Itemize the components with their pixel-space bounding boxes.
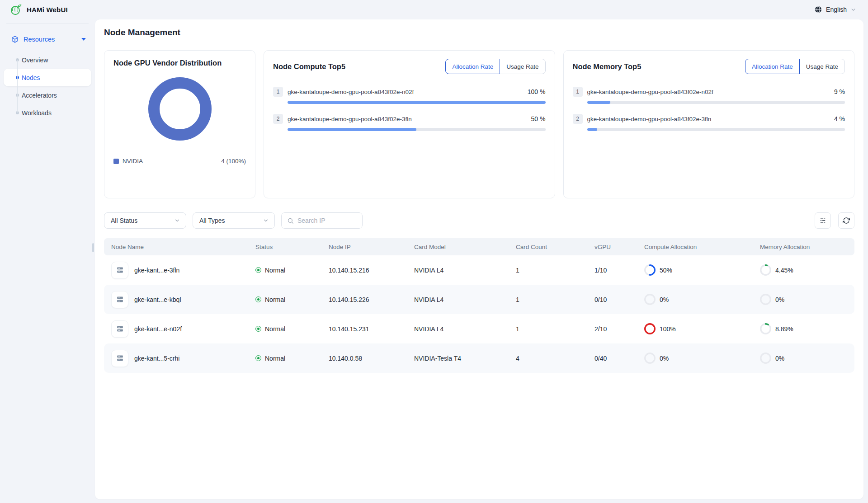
card-count: 1 bbox=[516, 296, 594, 303]
page-title: Node Management bbox=[104, 27, 854, 38]
card-count: 1 bbox=[516, 267, 594, 274]
tree-connector-line bbox=[17, 60, 18, 113]
status-ok-icon bbox=[255, 267, 261, 273]
node-ip: 10.140.15.226 bbox=[329, 296, 414, 303]
globe-icon bbox=[814, 5, 822, 14]
node-ip: 10.140.0.58 bbox=[329, 355, 414, 362]
status-label: Normal bbox=[265, 355, 285, 362]
node-name: gke-kantaloupe-demo-gpu-pool-a843f02e-3f… bbox=[288, 116, 527, 122]
allocation-rate-tab[interactable]: Allocation Rate bbox=[445, 59, 500, 74]
rate-value: 9 % bbox=[834, 88, 845, 95]
col-card-model: Card Model bbox=[414, 244, 516, 250]
compute-allocation-ring bbox=[644, 323, 656, 334]
sidebar-section-resources[interactable]: Resources bbox=[4, 30, 91, 48]
node-name: gke-kant...e-n02f bbox=[134, 325, 182, 333]
memory-allocation-label: 8.89% bbox=[775, 325, 793, 333]
vgpu: 1/10 bbox=[594, 267, 644, 274]
status-ok-icon bbox=[255, 296, 261, 302]
status-label: Normal bbox=[265, 325, 285, 333]
column-settings-button[interactable] bbox=[815, 212, 831, 229]
chevron-down-icon bbox=[174, 217, 180, 224]
table-row[interactable]: gke-kant...e-kbql Normal 10.140.15.226 N… bbox=[104, 285, 854, 314]
node-name: gke-kantaloupe-demo-gpu-pool-a843f02e-n0… bbox=[288, 89, 523, 95]
sidebar-resize-handle[interactable] bbox=[92, 243, 94, 252]
card-model: NVIDIA L4 bbox=[414, 325, 516, 333]
progress-bar bbox=[288, 128, 546, 131]
usage-rate-tab[interactable]: Usage Rate bbox=[799, 59, 845, 74]
card-gpu-vendor-distribution: Node GPU Vendor Distribution NVIDIA 4 (1… bbox=[104, 50, 255, 198]
progress-bar bbox=[288, 101, 546, 104]
chevron-down-icon bbox=[81, 38, 86, 41]
table-row[interactable]: gke-kant...5-crhi Normal 10.140.0.58 NVI… bbox=[104, 343, 854, 373]
sidebar-section-label: Resources bbox=[24, 36, 81, 43]
card-node-memory-top5: Node Memory Top5 Allocation Rate Usage R… bbox=[563, 50, 855, 198]
language-selector[interactable]: English bbox=[814, 5, 856, 14]
memory-allocation-ring bbox=[760, 353, 771, 364]
col-vgpu: vGPU bbox=[594, 244, 644, 250]
top5-row: 1 gke-kantaloupe-demo-gpu-pool-a843f02e-… bbox=[573, 87, 845, 104]
node-tile bbox=[111, 320, 128, 338]
chevron-down-icon bbox=[850, 7, 856, 13]
table-row[interactable]: gke-kant...e-n02f Normal 10.140.15.231 N… bbox=[104, 314, 854, 343]
sidebar-item-label: Workloads bbox=[22, 109, 52, 117]
status-label: Normal bbox=[265, 267, 285, 274]
allocation-rate-tab[interactable]: Allocation Rate bbox=[745, 59, 800, 74]
app-title: HAMi WebUI bbox=[27, 6, 68, 14]
memory-allocation-ring bbox=[760, 294, 771, 305]
filter-bar: All Status All Types bbox=[104, 212, 854, 229]
type-filter-select[interactable]: All Types bbox=[193, 212, 275, 229]
sidebar-item-label: Overview bbox=[22, 56, 48, 64]
col-card-count: Card Count bbox=[516, 244, 594, 250]
compute-allocation-label: 50% bbox=[660, 267, 672, 274]
nodes-table: Node Name Status Node IP Card Model Card… bbox=[104, 238, 854, 373]
cube-icon bbox=[11, 35, 19, 43]
app-logo-icon bbox=[10, 4, 22, 16]
compute-allocation-ring bbox=[644, 264, 656, 276]
node-name: gke-kant...e-kbql bbox=[134, 296, 181, 303]
server-icon bbox=[116, 324, 124, 333]
memory-allocation-ring bbox=[760, 323, 771, 334]
search-ip-input[interactable] bbox=[297, 217, 357, 224]
card-model: NVIDIA L4 bbox=[414, 267, 516, 274]
top5-row: 2 gke-kantaloupe-demo-gpu-pool-a843f02e-… bbox=[273, 114, 546, 131]
node-tile bbox=[111, 262, 128, 279]
status-filter-select[interactable]: All Status bbox=[104, 212, 186, 229]
rank-badge: 1 bbox=[273, 87, 283, 97]
rate-value: 4 % bbox=[834, 115, 845, 122]
chevron-down-icon bbox=[263, 217, 269, 224]
card-count: 1 bbox=[516, 325, 594, 333]
memory-allocation-label: 0% bbox=[775, 355, 784, 362]
memory-allocation-ring bbox=[760, 264, 771, 276]
col-node-name: Node Name bbox=[104, 244, 255, 250]
node-name: gke-kantaloupe-demo-gpu-pool-a843f02e-3f… bbox=[587, 116, 830, 122]
search-ip-box bbox=[281, 212, 363, 229]
compute-allocation-ring bbox=[644, 353, 656, 364]
rate-value: 100 % bbox=[528, 88, 546, 95]
memory-allocation-label: 4.45% bbox=[775, 267, 793, 274]
node-name: gke-kant...e-3fln bbox=[134, 267, 179, 274]
refresh-button[interactable] bbox=[838, 212, 854, 229]
sidebar-item-label: Accelerators bbox=[22, 92, 57, 99]
compute-allocation-label: 0% bbox=[660, 296, 669, 303]
card-title: Node GPU Vendor Distribution bbox=[113, 59, 222, 67]
top5-row: 2 gke-kantaloupe-demo-gpu-pool-a843f02e-… bbox=[573, 114, 845, 131]
card-model: NVIDIA L4 bbox=[414, 296, 516, 303]
progress-bar bbox=[587, 128, 845, 131]
node-name: gke-kant...5-crhi bbox=[134, 355, 179, 362]
vgpu: 2/10 bbox=[594, 325, 644, 333]
sidebar-item-label: Nodes bbox=[22, 74, 40, 81]
usage-rate-tab[interactable]: Usage Rate bbox=[500, 59, 545, 74]
vendor-legend-row[interactable]: NVIDIA 4 (100%) bbox=[113, 158, 246, 165]
refresh-icon bbox=[843, 217, 850, 224]
card-count: 4 bbox=[516, 355, 594, 362]
node-tile bbox=[111, 350, 128, 367]
table-row[interactable]: gke-kant...e-3fln Normal 10.140.15.216 N… bbox=[104, 255, 854, 285]
search-icon bbox=[287, 217, 294, 224]
type-filter-value: All Types bbox=[199, 217, 263, 224]
col-status: Status bbox=[255, 244, 329, 250]
col-compute-allocation: Compute Allocation bbox=[644, 244, 760, 250]
rank-badge: 1 bbox=[573, 87, 583, 97]
server-icon bbox=[116, 295, 124, 304]
sidebar-divider bbox=[6, 24, 89, 24]
compute-allocation-ring bbox=[644, 294, 656, 305]
